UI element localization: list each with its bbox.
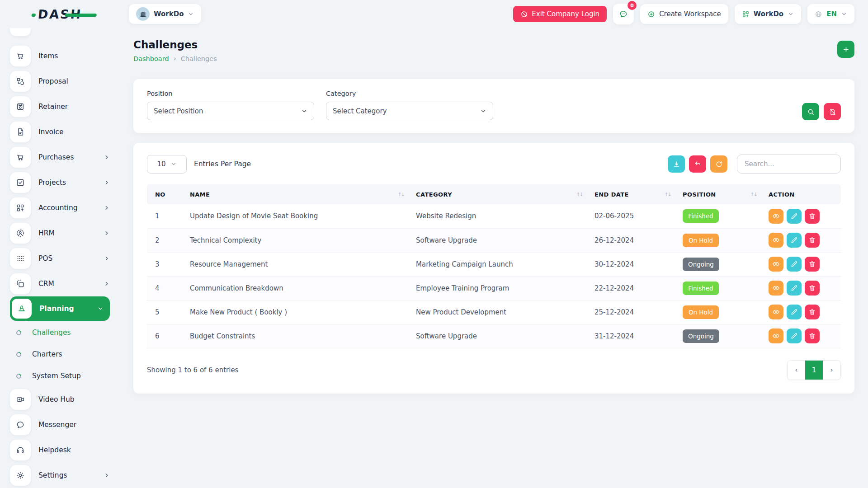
sidebar-subitem-system-setup[interactable]: System Setup <box>10 365 120 387</box>
view-button[interactable] <box>769 233 783 248</box>
cell-category: Software Upgrade <box>411 324 590 348</box>
chevron-right-icon <box>104 255 110 262</box>
edit-button[interactable] <box>787 281 802 296</box>
edit-button[interactable] <box>787 328 802 343</box>
pagination: ‹ 1 › <box>787 360 841 380</box>
sidebar-subitem-challenges[interactable]: Challenges <box>10 322 120 343</box>
column-header-category[interactable]: CATEGORY↑↓ <box>411 184 590 204</box>
cell-end-date: 26-12-2024 <box>590 228 678 252</box>
column-header-no[interactable]: NO <box>147 184 185 204</box>
sidebar-bottom-list: Video Hub Messenger Helpdesk Settings <box>10 387 120 488</box>
pagination-page-1[interactable]: 1 <box>805 361 823 380</box>
edit-button[interactable] <box>787 257 802 272</box>
cone-icon <box>12 299 32 319</box>
logo[interactable]: DASH <box>0 7 120 21</box>
breadcrumb-dashboard-link[interactable]: Dashboard <box>133 55 169 62</box>
sidebar-item-projects[interactable]: Projects <box>10 170 120 195</box>
cell-end-date: 30-12-2024 <box>590 252 678 276</box>
cell-name: Communication Breakdown <box>185 276 411 300</box>
column-header-name[interactable]: NAME↑↓ <box>185 184 411 204</box>
sidebar-item-accounting[interactable]: Accounting <box>10 195 120 221</box>
messages-button[interactable]: 0 <box>613 4 634 24</box>
chevron-right-icon <box>104 281 110 287</box>
delete-button[interactable] <box>805 233 820 248</box>
sidebar-item-messenger[interactable]: Messenger <box>10 412 120 437</box>
sidebar-item-label: Proposal <box>38 77 68 85</box>
status-badge: Finished <box>683 209 719 223</box>
cell-no: 3 <box>147 252 185 276</box>
language-selector[interactable]: EN <box>807 4 854 24</box>
view-button[interactable] <box>769 209 783 224</box>
export-button[interactable] <box>668 155 685 173</box>
cart-icon <box>10 46 31 66</box>
view-button[interactable] <box>769 281 783 296</box>
pos-icon <box>10 248 31 269</box>
breadcrumb-current: Challenges <box>181 55 217 62</box>
sidebar-item-crm[interactable]: CRM <box>10 271 120 296</box>
undo-button[interactable] <box>689 155 706 173</box>
sidebar-item-purchases[interactable]: Purchases <box>10 145 120 170</box>
cell-category: Employee Training Program <box>411 276 590 300</box>
sidebar-item-helpdesk[interactable]: Helpdesk <box>10 437 120 463</box>
sidebar-item-invoice[interactable]: Invoice <box>10 119 120 145</box>
sidebar-item-settings[interactable]: Settings <box>10 463 120 488</box>
position-select[interactable]: Select Position <box>147 102 314 120</box>
edit-button[interactable] <box>787 305 802 319</box>
sidebar-item-proposal[interactable]: Proposal <box>10 69 120 94</box>
sidebar-item-label: Projects <box>38 178 66 187</box>
view-button[interactable] <box>769 257 783 272</box>
column-header-position[interactable]: POSITION↑↓ <box>678 184 764 204</box>
messages-badge: 0 <box>627 1 637 10</box>
sidebar-item-hrm[interactable]: HRM <box>10 221 120 246</box>
sidebar-item-retainer[interactable]: Retainer <box>10 94 120 119</box>
sidebar-item-planning[interactable]: Planning <box>10 296 110 321</box>
cell-category: Website Redesign <box>411 204 590 228</box>
delete-button[interactable] <box>805 209 820 224</box>
apply-filter-button[interactable] <box>802 103 819 120</box>
sidebar-subitem-label: System Setup <box>32 372 81 380</box>
entries-per-page-select[interactable]: 10 <box>147 155 187 174</box>
add-challenge-button[interactable] <box>837 41 854 58</box>
create-workspace-button[interactable]: Create Workspace <box>640 4 728 24</box>
edit-button[interactable] <box>787 233 802 248</box>
cell-no: 4 <box>147 276 185 300</box>
entries-per-page-label: Entries Per Page <box>194 160 251 168</box>
delete-button[interactable] <box>805 328 820 343</box>
cell-position: Ongoing <box>678 324 764 348</box>
sidebar-main-list: Items Proposal Retainer Invoice Purchase… <box>10 43 120 321</box>
delete-button[interactable] <box>805 281 820 296</box>
page-title: Challenges <box>133 39 217 51</box>
trash-icon <box>808 332 816 340</box>
chevron-down-icon <box>841 11 847 17</box>
refresh-button[interactable] <box>710 155 727 173</box>
column-header-end-date[interactable]: END DATE↑↓ <box>590 184 678 204</box>
sidebar-item-label: HRM <box>38 229 55 237</box>
file-slash-icon <box>829 108 836 116</box>
table-row: 3 Resource Management Marketing Campaign… <box>147 252 841 276</box>
view-button[interactable] <box>769 328 783 343</box>
delete-button[interactable] <box>805 257 820 272</box>
column-header-action[interactable]: ACTION <box>764 184 841 204</box>
pencil-icon <box>790 260 798 268</box>
delete-button[interactable] <box>805 305 820 319</box>
pagination-next-button[interactable]: › <box>823 361 840 380</box>
gridplus-icon <box>10 197 31 218</box>
table-search-input[interactable] <box>737 155 841 174</box>
table-row: 2 Technical Complexity Software Upgrade … <box>147 228 841 252</box>
exit-company-login-button[interactable]: Exit Company Login <box>513 6 607 22</box>
workspace-switcher[interactable]: WorkDo <box>129 4 201 24</box>
create-workspace-label: Create Workspace <box>659 10 721 18</box>
view-button[interactable] <box>769 305 783 319</box>
edit-button[interactable] <box>787 209 802 224</box>
sidebar-subitem-label: Challenges <box>32 328 71 337</box>
sidebar-subitem-charters[interactable]: Charters <box>10 343 120 365</box>
company-menu[interactable]: WorkDo <box>735 4 801 24</box>
trash-icon <box>808 308 816 316</box>
sidebar-item-items[interactable]: Items <box>10 43 120 69</box>
sidebar-item-pos[interactable]: POS <box>10 246 120 271</box>
category-select[interactable]: Select Category <box>326 102 493 120</box>
headset-icon <box>10 440 31 460</box>
sidebar-item-video-hub[interactable]: Video Hub <box>10 387 120 412</box>
clear-filter-button[interactable] <box>824 103 841 120</box>
pagination-prev-button[interactable]: ‹ <box>788 361 805 380</box>
